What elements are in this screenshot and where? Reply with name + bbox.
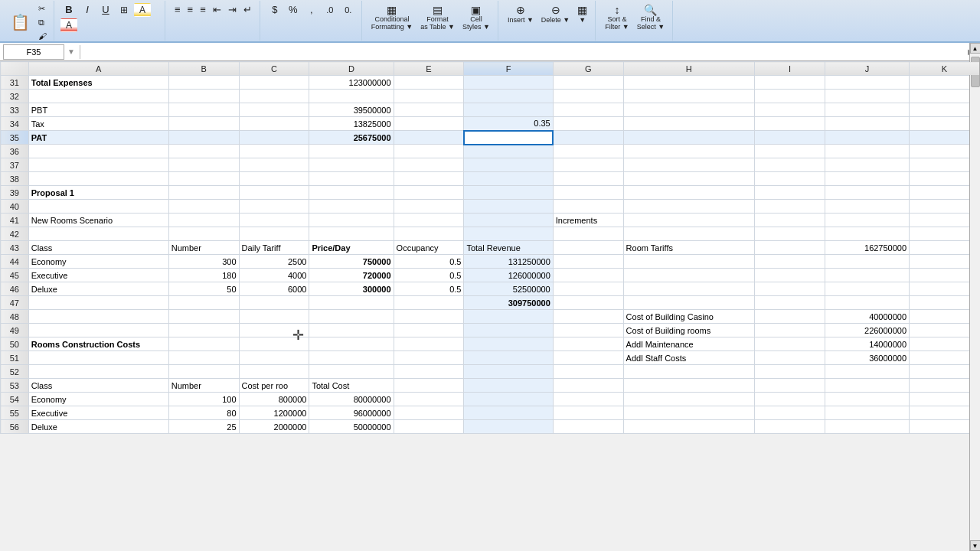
- cell-C50[interactable]: [239, 337, 309, 351]
- cell-I36[interactable]: [755, 145, 825, 158]
- cell-B49[interactable]: [168, 324, 239, 337]
- cell-G36[interactable]: [553, 145, 623, 158]
- cell-F55[interactable]: [464, 406, 553, 420]
- row-header-54[interactable]: 54: [1, 393, 29, 406]
- cell-E34[interactable]: [394, 117, 464, 131]
- cell-J35[interactable]: [825, 131, 909, 145]
- cell-E46[interactable]: 0.5: [394, 282, 464, 296]
- cell-F42[interactable]: [464, 227, 553, 241]
- cell-E32[interactable]: [394, 90, 464, 103]
- cell-B34[interactable]: [168, 117, 239, 131]
- cell-A52[interactable]: [28, 365, 168, 379]
- cell-I37[interactable]: [755, 158, 825, 172]
- cell-A36[interactable]: [28, 145, 168, 158]
- cell-G40[interactable]: [553, 200, 623, 214]
- cell-B39[interactable]: [168, 186, 239, 200]
- cell-B46[interactable]: 50: [168, 282, 239, 296]
- cell-C35[interactable]: [239, 131, 309, 145]
- cell-D48[interactable]: [309, 310, 394, 324]
- cell-A43[interactable]: Class: [28, 241, 168, 255]
- cell-C33[interactable]: [239, 103, 309, 117]
- cell-B35[interactable]: [168, 131, 239, 145]
- cell-G41[interactable]: Increments: [553, 214, 623, 227]
- cell-E54[interactable]: [394, 393, 464, 406]
- cell-H36[interactable]: [623, 145, 754, 158]
- cell-C54[interactable]: 800000: [239, 393, 309, 406]
- cell-H46[interactable]: [623, 282, 754, 296]
- col-header-d[interactable]: D: [309, 62, 394, 76]
- cell-H56[interactable]: [623, 420, 754, 434]
- find-select-button[interactable]: 🔍 Find &Select ▼: [634, 2, 668, 33]
- cell-C55[interactable]: 1200000: [239, 406, 309, 420]
- cell-J34[interactable]: [825, 117, 909, 131]
- cell-B38[interactable]: [168, 172, 239, 186]
- cell-G47[interactable]: [553, 296, 623, 310]
- cell-C32[interactable]: [239, 90, 309, 103]
- cell-F47[interactable]: 309750000: [464, 296, 553, 310]
- cell-C38[interactable]: [239, 172, 309, 186]
- cell-D46[interactable]: 300000: [309, 282, 394, 296]
- align-right-button[interactable]: ≡: [197, 2, 209, 17]
- cell-F32[interactable]: [464, 90, 553, 103]
- cell-F38[interactable]: [464, 172, 553, 186]
- col-header-g[interactable]: G: [553, 62, 623, 76]
- cell-A38[interactable]: [28, 172, 168, 186]
- copy-button[interactable]: ⧉: [36, 16, 49, 29]
- row-header-32[interactable]: 32: [1, 90, 29, 103]
- cell-G44[interactable]: [553, 255, 623, 269]
- cell-E52[interactable]: [394, 365, 464, 379]
- cell-B44[interactable]: 300: [168, 255, 239, 269]
- cell-G39[interactable]: [553, 186, 623, 200]
- cell-C34[interactable]: [239, 117, 309, 131]
- row-header-42[interactable]: 42: [1, 227, 29, 241]
- cell-D32[interactable]: [309, 90, 394, 103]
- cell-J53[interactable]: [825, 379, 909, 393]
- cell-F50[interactable]: [464, 337, 553, 351]
- cell-G35[interactable]: [553, 131, 623, 145]
- bold-button[interactable]: B: [60, 2, 77, 17]
- cell-A55[interactable]: Executive: [28, 406, 168, 420]
- cell-A34[interactable]: Tax: [28, 117, 168, 131]
- cell-D38[interactable]: [309, 172, 394, 186]
- cell-B50[interactable]: [168, 337, 239, 351]
- cell-I54[interactable]: [755, 393, 825, 406]
- cell-I38[interactable]: [755, 172, 825, 186]
- cell-A42[interactable]: [28, 227, 168, 241]
- cell-F49[interactable]: [464, 324, 553, 337]
- cell-G48[interactable]: [553, 310, 623, 324]
- cell-J40[interactable]: [825, 200, 909, 214]
- cell-G55[interactable]: [553, 406, 623, 420]
- cell-H31[interactable]: [623, 76, 754, 90]
- cell-G50[interactable]: [553, 337, 623, 351]
- cell-E37[interactable]: [394, 158, 464, 172]
- italic-button[interactable]: I: [79, 2, 96, 17]
- cell-E48[interactable]: [394, 310, 464, 324]
- row-header-38[interactable]: 38: [1, 172, 29, 186]
- cell-A47[interactable]: [28, 296, 168, 310]
- cell-I48[interactable]: [755, 310, 825, 324]
- cell-F34[interactable]: 0.35: [464, 117, 553, 131]
- cell-D40[interactable]: [309, 200, 394, 214]
- row-header-41[interactable]: 41: [1, 214, 29, 227]
- cell-A31[interactable]: Total Expenses: [28, 76, 168, 90]
- row-header-56[interactable]: 56: [1, 420, 29, 434]
- cell-A51[interactable]: [28, 351, 168, 365]
- row-header-53[interactable]: 53: [1, 379, 29, 393]
- indent-right-button[interactable]: ⇥: [225, 2, 240, 17]
- cell-C44[interactable]: 2500: [239, 255, 309, 269]
- cell-B51[interactable]: [168, 351, 239, 365]
- cell-E38[interactable]: [394, 172, 464, 186]
- cell-J39[interactable]: [825, 186, 909, 200]
- cell-I41[interactable]: [755, 214, 825, 227]
- cell-J50[interactable]: 14000000: [825, 337, 909, 351]
- cell-A48[interactable]: [28, 310, 168, 324]
- cell-C48[interactable]: [239, 310, 309, 324]
- cell-H48[interactable]: Cost of Building Casino: [623, 310, 754, 324]
- cell-D52[interactable]: [309, 365, 394, 379]
- cell-J54[interactable]: [825, 393, 909, 406]
- cell-B41[interactable]: [168, 214, 239, 227]
- cell-C31[interactable]: [239, 76, 309, 90]
- cell-C37[interactable]: [239, 158, 309, 172]
- cell-C39[interactable]: [239, 186, 309, 200]
- cell-G43[interactable]: [553, 241, 623, 255]
